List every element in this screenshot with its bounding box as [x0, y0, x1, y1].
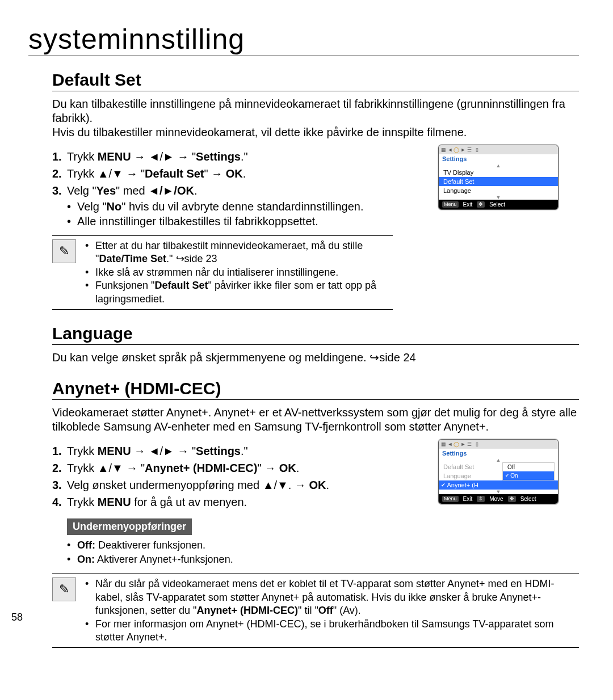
language-text: Du kan velge ønsket språk på skjermmenye…: [52, 351, 579, 365]
text: Trykk: [67, 496, 98, 508]
text: OK: [309, 479, 326, 491]
menu-title: Settings: [439, 154, 558, 163]
text: → ◄/► → ": [131, 445, 196, 457]
text: " til ": [298, 605, 318, 616]
key-label: Menu: [442, 496, 459, 502]
menu-item-selected: Default Set: [439, 177, 558, 186]
text: for å gå ut av menyen.: [131, 496, 247, 508]
text: Ikke slå av strømmen når du intialiserer…: [95, 266, 338, 279]
note-default-set: ✎ •Etter at du har tilbakestilt minnevid…: [52, 235, 393, 310]
text: Date/Time Set: [99, 253, 166, 264]
text: OK: [226, 167, 243, 180]
menu-item: Language: [439, 186, 558, 195]
screenshot-default-set: ▦ ◄ ◯ ► ☰ ▯ Settings ▲ TV Display Defaul…: [438, 145, 559, 210]
text: " →: [204, 167, 226, 180]
text: .": [241, 150, 248, 163]
text: Trykk ▲/▼ → ": [67, 167, 145, 180]
menu-item-selected: ✔ Anynet+ (H: [439, 480, 558, 490]
text: Anynet+ (HDMI-CEC): [197, 605, 299, 616]
footer-text: Select: [489, 201, 505, 208]
option-off: Off: [503, 463, 554, 471]
text: On:: [77, 554, 95, 565]
text: Velg ": [77, 200, 107, 213]
text: Trykk: [67, 150, 98, 163]
anynet-steps: 1. Trykk MENU → ◄/► → "Settings." 2. Try…: [52, 442, 370, 511]
text: No: [107, 200, 122, 213]
text: For mer informasjon om Anynet+ (HDMI-CEC…: [95, 618, 579, 644]
text: MENU: [98, 150, 131, 163]
option-on-selected: ✔ On: [503, 471, 554, 480]
menu-title: Settings: [439, 449, 558, 458]
page-title: systeminnstilling: [28, 23, 579, 56]
text: → ◄/► → ": [131, 150, 196, 163]
text: " →: [257, 462, 279, 474]
text: " (Av).: [333, 605, 361, 616]
text: Settings: [196, 445, 241, 457]
text: Off: [318, 605, 333, 616]
text: .: [326, 479, 329, 491]
text: ◄/►/OK: [148, 184, 194, 197]
text: Funksjonen ": [95, 280, 154, 291]
text: Default Set: [145, 167, 204, 180]
text: On: [510, 473, 518, 479]
text: Default Set: [154, 280, 208, 291]
footer-text: Exit: [463, 201, 473, 208]
text: Yes: [96, 184, 116, 197]
text: Velg ønsket undermenyoppføring med ▲/▼. …: [67, 479, 309, 491]
text: " med: [116, 184, 148, 197]
menu-item: TV Display: [439, 168, 558, 177]
text: Aktiverer Anynet+-funksjonen.: [95, 554, 233, 565]
text: .: [296, 462, 300, 474]
text: MENU: [98, 445, 131, 457]
text: Settings: [196, 150, 241, 163]
anynet-intro: Videokameraet støtter Anynet+. Anynet+ e…: [52, 406, 579, 434]
key-label: Menu: [442, 201, 459, 208]
default-set-steps: 1. Trykk MENU → ◄/► → "Settings." 2. Try…: [52, 148, 370, 229]
text: " hvis du vil avbryte denne standardinns…: [121, 200, 363, 213]
text: Deaktiverer funksjonen.: [95, 539, 205, 551]
note-icon: ✎: [52, 577, 76, 601]
submenu-label: Undermenyoppføringer: [67, 518, 192, 535]
note-icon: ✎: [52, 239, 76, 263]
text: MENU: [98, 496, 131, 508]
text: Hvis du tilbakestiller minnevideokamerat…: [52, 126, 467, 138]
footer-text: Select: [520, 496, 536, 502]
screenshot-anynet: ▦ ◄ ◯ ► ☰ ▯ Settings ▲ Default Set Langu…: [438, 439, 559, 504]
text: .": [241, 445, 248, 457]
page-number: 58: [11, 612, 23, 623]
footer-text: Exit: [463, 496, 473, 502]
text: .: [243, 167, 246, 180]
section-default-set: Default Set: [52, 70, 579, 91]
section-language: Language: [52, 324, 579, 345]
default-set-intro: Du kan tilbakestille innstillingene på m…: [52, 97, 579, 140]
text: Trykk: [67, 445, 98, 457]
submenu-list: •Off: Deaktiverer funksjonen. •On: Aktiv…: [67, 538, 579, 567]
text: Anynet+ (H: [447, 482, 478, 488]
text: OK: [279, 462, 296, 474]
text: Anynet+ (HDMI-CEC): [145, 462, 257, 474]
text: .: [194, 184, 198, 197]
text: Velg ": [67, 184, 96, 197]
text: Off:: [77, 539, 95, 551]
text: Alle innstillinger tilbakestilles til fa…: [77, 214, 318, 229]
text: Trykk ▲/▼ → ": [67, 462, 145, 474]
section-anynet: Anynet+ (HDMI-CEC): [52, 379, 579, 400]
footer-text: Move: [489, 496, 503, 502]
note-anynet: ✎ •Når du slår på videokameraet mens det…: [52, 574, 579, 648]
text: Du kan tilbakestille innstillingene på m…: [52, 98, 565, 124]
text: ." ↪side 23: [166, 253, 217, 264]
